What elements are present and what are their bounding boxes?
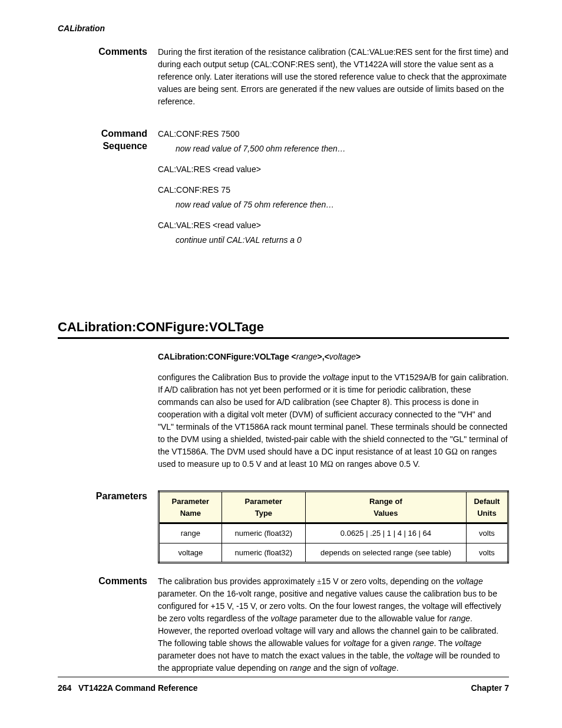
omega-2: Ω [327, 460, 333, 469]
syntax-p2: voltage [329, 352, 356, 361]
c2-t1: 15 V or zero volts, depending on the [322, 577, 457, 586]
angle-open-1: < [292, 352, 296, 361]
c2-t5: parameter due to the allowable value for [297, 614, 449, 623]
footer-rule [58, 677, 509, 677]
footer-left: 264 VT1422A Command Reference [58, 683, 198, 693]
c2-t9: for a given [370, 638, 413, 648]
c2-i6: range [449, 614, 470, 623]
parameters-section: Parameters Parameter Name Parameter Type… [58, 490, 509, 564]
syntax-cmd: CALibration:CONFigure:VOLTage [158, 352, 289, 361]
cmdseq-line-4: now read value of 75 ohm reference then… [176, 199, 509, 211]
cell-r1c1: numeric (float32) [222, 543, 305, 563]
c2-t13: parameter does not have to match the exa… [158, 651, 406, 660]
table-row: voltage numeric (float32) depends on sel… [159, 543, 508, 563]
cmdseq-line-5: CAL:VAL:RES <read value> [158, 219, 509, 232]
cell-r0c1: numeric (float32) [222, 523, 305, 543]
cell-r0c0: range [159, 523, 222, 543]
comments-1-p1: During the first iteration of the resist… [158, 46, 509, 108]
page-footer: 264 VT1422A Command Reference Chapter 7 [58, 677, 509, 693]
command-title-block: CALibration:CONFigure:VOLTage [58, 319, 509, 339]
cell-r0c3: volts [466, 523, 508, 543]
cmdseq-line-0: CAL:CONF:RES 7500 [158, 128, 509, 140]
command-sequence-section: Command Sequence CAL:CONF:RES 7500 now r… [58, 128, 509, 255]
angle-close-2: > [356, 352, 361, 361]
running-header: CALibration [58, 24, 509, 33]
section-body-comments-1: During the first iteration of the resist… [158, 46, 509, 116]
c2-i8: voltage [343, 638, 369, 648]
comments-2-p1: The calibration bus provides approximate… [158, 575, 509, 674]
desc-p1-t2: input to the VT1529A/B for gain calibrat… [158, 373, 508, 456]
desc-p1-t4: on ranges above 0.5 V. [333, 459, 420, 469]
syntax-line: CALibration:CONFigure:VOLTage <range>,<v… [158, 351, 509, 363]
c2-t0: The calibration bus provides approximate… [158, 577, 317, 586]
footer-chapter: Chapter 7 [471, 683, 509, 693]
footer-doc-title: VT1422A Command Reference [78, 683, 198, 693]
params-body: Parameter Name Parameter Type Range of V… [158, 490, 509, 564]
syntax-spacer [58, 351, 158, 479]
cell-r1c3: volts [466, 543, 508, 563]
cmdseq-line-2: CAL:VAL:RES <read value> [158, 163, 509, 176]
table-row: range numeric (float32) 0.0625 | .25 | 1… [159, 523, 508, 543]
desc-p1-t0: configures the Calibration Bus to provid… [158, 373, 322, 382]
th-type: Parameter Type [222, 492, 305, 523]
footer-line: 264 VT1422A Command Reference Chapter 7 [58, 683, 509, 693]
section-body-comments-2: The calibration bus provides approximate… [158, 575, 509, 683]
omega-1: Ω [452, 447, 458, 456]
cell-r0c2: 0.0625 | .25 | 1 | 4 | 16 | 64 [306, 523, 467, 543]
desc-p1: configures the Calibration Bus to provid… [158, 371, 509, 470]
section-body-cmdseq: CAL:CONF:RES 7500 now read value of 7,50… [158, 128, 509, 255]
parameters-table: Parameter Name Parameter Type Range of V… [158, 490, 509, 564]
c2-i16: range [290, 663, 311, 673]
c2-i10: range [413, 638, 434, 648]
c2-i12: voltage [455, 638, 481, 648]
c2-i4: voltage [270, 614, 297, 623]
angle-close-1: >,< [318, 352, 329, 361]
c2-t17: and the sign of [311, 663, 370, 673]
comments-section-2: Comments The calibration bus provides ap… [58, 575, 509, 683]
syntax-p1: range [296, 352, 318, 361]
cell-r1c2: depends on selected range (see table) [306, 543, 467, 563]
plus-minus-icon: ± [317, 577, 322, 586]
title-rule [58, 337, 509, 339]
c2-i2: voltage [457, 577, 483, 586]
c2-t11: . The [434, 638, 455, 648]
syntax-body: CALibration:CONFigure:VOLTage <range>,<v… [158, 351, 509, 479]
param-header-row: Parameter Name Parameter Type Range of V… [159, 492, 508, 523]
c2-i18: voltage [370, 663, 396, 673]
th-name: Parameter Name [159, 492, 222, 523]
c2-t19: . [396, 663, 399, 673]
cmdseq-line-1: now read value of 7,500 ohm reference th… [176, 143, 509, 155]
footer-page-number: 264 [58, 683, 71, 693]
cmdseq-line-3: CAL:CONF:RES 75 [158, 184, 509, 196]
desc-p1-i1: voltage [322, 373, 349, 382]
th-default: Default Units [466, 492, 508, 523]
cmdseq-line-6: continue until CAL:VAL returns a 0 [176, 234, 509, 246]
section-label-comments-1: Comments [58, 46, 158, 116]
comments-section-1: Comments During the first iteration of t… [58, 46, 509, 116]
section-label-cmdseq: Command Sequence [58, 128, 158, 255]
section-label-params: Parameters [58, 490, 158, 564]
command-title: CALibration:CONFigure:VOLTage [58, 319, 509, 335]
th-range: Range of Values [306, 492, 467, 523]
section-label-comments-2: Comments [58, 575, 158, 683]
cell-r1c0: voltage [159, 543, 222, 563]
c2-i14: voltage [406, 651, 433, 660]
syntax-section: CALibration:CONFigure:VOLTage <range>,<v… [58, 351, 509, 479]
